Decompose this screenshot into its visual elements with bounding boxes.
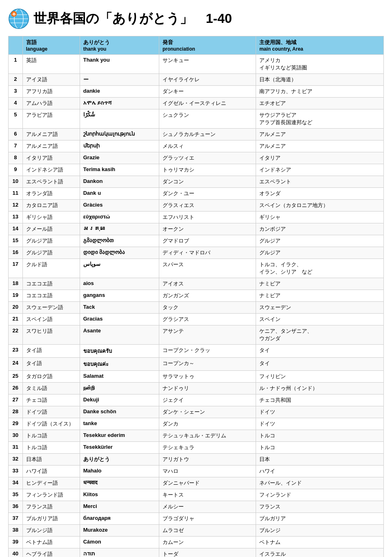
row-number: 14 (9, 223, 23, 235)
row-number: 27 (9, 394, 23, 406)
row-number: 33 (9, 466, 23, 477)
row-number: 34 (9, 477, 23, 489)
row-pronunciation: ブラゴダリャ (159, 513, 256, 525)
row-area: ル・ナドゥ州（インド） (256, 383, 384, 394)
row-pronunciation: グマドロブ (159, 235, 256, 247)
row-pronunciation: サラマットゥ (159, 371, 256, 383)
row-language: タガログ語 (22, 371, 80, 383)
row-language: スウェーデン語 (22, 302, 80, 314)
row-language: タイ語 (22, 358, 80, 371)
row-thanks: Dankon (80, 176, 159, 188)
row-area: グルジア (256, 247, 384, 259)
row-area: ハワイ (256, 466, 384, 477)
row-language: ハワイ語 (22, 466, 80, 477)
row-language: ベトナム語 (22, 537, 80, 548)
row-area: スウェーデン (256, 302, 384, 314)
table-row: 39ベトナム語Cámonカムーンベトナム (9, 537, 384, 548)
col-area: 主使用国、地域 main country, Area (256, 36, 384, 55)
row-language: クルド語 (22, 259, 80, 278)
row-number: 29 (9, 418, 23, 430)
table-row: 27チェコ語Dekujiジェクイチェコ共和国 (9, 394, 384, 406)
row-area: チェコ共和国 (256, 394, 384, 406)
row-area: ベトナム (256, 537, 384, 548)
table-row: 31トルコ語Tesekkürlerテシェキュラトルコ (9, 442, 384, 454)
row-area: スペイン（カタロニア地方） (256, 200, 384, 212)
row-language: ギリシャ語 (22, 212, 80, 223)
row-number: 35 (9, 489, 23, 501)
row-thanks: நன்றி (80, 383, 159, 394)
table-row: 28ドイツ語Danke schönダンケ・シェーンドイツ (9, 406, 384, 418)
row-area: 日本 (256, 454, 384, 466)
row-number: 23 (9, 345, 23, 358)
row-pronunciation: ダンケ・シェーン (159, 406, 256, 418)
row-pronunciation: ジェクイ (159, 394, 256, 406)
row-area: ネパール、インド (256, 477, 384, 489)
row-area: ナミビア (256, 278, 384, 290)
col-thanks: ありがとう thank you (80, 36, 159, 55)
row-pronunciation: グラシアス (159, 314, 256, 325)
row-language: アムハラ語 (22, 98, 80, 109)
row-pronunciation: トーダ (159, 548, 256, 557)
row-area: オランダ (256, 188, 384, 200)
row-thanks: ありがとう (80, 454, 159, 466)
row-thanks: Gràcies (80, 200, 159, 212)
row-number: 8 (9, 152, 23, 164)
table-row: 4アムハラ語አሞሌ ይስጥሻイグゼル・イースティレニエチオピア (9, 98, 384, 109)
row-number: 5 (9, 109, 23, 129)
row-area: アルメニア (256, 140, 384, 152)
table-row: 16グルジア語დიდი მადლობაディディ・マドロバグルジア (9, 247, 384, 259)
page-title: 世界各国の「ありがとう」 1-40 (33, 10, 232, 28)
main-table: 言語 language ありがとう thank you 発音 pronuncia… (8, 36, 384, 557)
row-thanks: Tack (80, 302, 159, 314)
row-pronunciation: メルシー (159, 501, 256, 513)
row-language: フランス語 (22, 501, 80, 513)
row-area: フィリピン (256, 371, 384, 383)
row-pronunciation: ムラコゼ (159, 525, 256, 537)
row-thanks: Asante (80, 325, 159, 345)
row-area: フランス (256, 501, 384, 513)
row-language: ブルガリア語 (22, 513, 80, 525)
row-language: 英語 (22, 55, 80, 74)
row-area: インドネシア (256, 164, 384, 176)
row-area: エチオピア (256, 98, 384, 109)
row-number: 17 (9, 259, 23, 278)
row-language: イタリア語 (22, 152, 80, 164)
row-thanks: شُكْرًا (80, 109, 159, 129)
table-row: 13ギリシャ語εύχαριστώエフハリストギリシャ (9, 212, 384, 223)
table-row: 33ハワイ語Mahaloマハロハワイ (9, 466, 384, 477)
table-row: 40ヘブライ語תודהトーダイスラエル (9, 548, 384, 557)
svg-text:♻: ♻ (12, 12, 16, 16)
row-pronunciation: ガンガンズ (159, 290, 256, 302)
row-language: ドイツ語 (22, 406, 80, 418)
row-area: 南アフリカ、ナミビア (256, 86, 384, 98)
row-area: 日本（北海道） (256, 74, 384, 86)
table-row: 3アフリカ語dankieダンキー南アフリカ、ナミビア (9, 86, 384, 98)
row-language: フィンランド語 (22, 489, 80, 501)
row-pronunciation: ディディ・マドロバ (159, 247, 256, 259)
row-thanks: Dekuji (80, 394, 159, 406)
row-pronunciation: イヤイライケレ (159, 74, 256, 86)
row-pronunciation: スパース (159, 259, 256, 278)
row-pronunciation: トゥリマカシ (159, 164, 256, 176)
row-thanks: εύχαριστώ (80, 212, 159, 223)
row-thanks: Salamat (80, 371, 159, 383)
row-thanks: سوپاس (80, 259, 159, 278)
row-pronunciation: ダンニャバード (159, 477, 256, 489)
row-area: ケニア、タンザニア、 ウガンダ (256, 325, 384, 345)
row-thanks: Terima kasih (80, 164, 159, 176)
table-row: 25タガログ語Salamatサラマットゥフィリピン (9, 371, 384, 383)
row-thanks: Merci (80, 501, 159, 513)
row-number: 4 (9, 98, 23, 109)
row-pronunciation: テシュッキュル・エデリム (159, 430, 256, 442)
row-area: イスラエル (256, 548, 384, 557)
row-thanks: ขอบคุณครับ (80, 345, 159, 358)
row-area: アメリカ イギリスなど英語圏 (256, 55, 384, 74)
row-area: トルコ (256, 430, 384, 442)
row-pronunciation: ナンドゥリ (159, 383, 256, 394)
row-number: 11 (9, 188, 23, 200)
row-thanks: დიდი მადლობა (80, 247, 159, 259)
row-language: アラビア語 (22, 109, 80, 129)
row-language: タイ語 (22, 345, 80, 358)
table-row: 37ブルガリア語благодаряブラゴダリャブルガリア (9, 513, 384, 525)
row-thanks: Murakoze (80, 525, 159, 537)
